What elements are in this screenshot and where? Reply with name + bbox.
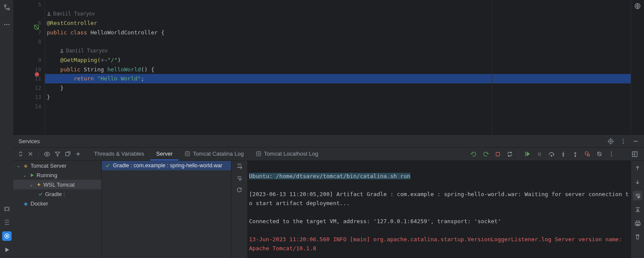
svg-rect-20 <box>256 151 261 156</box>
scroll-to-end-toggle-icon[interactable] <box>633 205 642 214</box>
run-icon[interactable] <box>2 245 12 255</box>
editor-gutter: 5 6 7 8 9 10 11 12 13 14 <box>13 0 45 135</box>
close-icon[interactable] <box>28 151 33 157</box>
tree-label: WSL Tomcat <box>43 181 75 188</box>
svg-point-9 <box>48 12 50 14</box>
pause-icon[interactable] <box>536 151 543 157</box>
services-tool-icon[interactable] <box>2 231 12 241</box>
annotation-getmapping: @GetMapping( <box>47 57 100 63</box>
svg-point-26 <box>563 155 564 156</box>
svg-point-31 <box>611 152 612 153</box>
svg-rect-23 <box>538 152 539 156</box>
tab-localhost-log[interactable]: Tomcat Localhost Log <box>250 147 324 160</box>
expand-all-icon[interactable] <box>18 151 24 157</box>
tab-catalina-log[interactable]: Tomcat Catalina Log <box>179 147 250 160</box>
up-arrow-icon[interactable] <box>633 163 642 173</box>
run-config-list[interactable]: Gradle : com.example : spring-hello-worl… <box>101 161 231 258</box>
rerun-icon[interactable] <box>470 151 477 157</box>
console-command: Ubuntu: /home/dtsarev/tomcat/bin/catalin… <box>249 173 410 179</box>
layout-icon[interactable] <box>631 151 638 157</box>
author-name: Daniil Tsaryov <box>53 9 95 19</box>
mute-breakpoints-icon[interactable] <box>596 151 603 157</box>
tab-server[interactable]: Server <box>150 147 179 160</box>
view-breakpoints-icon[interactable] <box>584 151 591 157</box>
chevron-down-icon: ⌄ <box>22 173 27 178</box>
tree-tomcat-server[interactable]: ⌄ ⎈ Tomcat Server <box>13 161 101 170</box>
down-arrow-icon[interactable] <box>633 177 642 187</box>
tree-gradle-artifact[interactable]: Gradle : <box>13 189 101 199</box>
services-tree[interactable]: ⌄ ⎈ Tomcat Server ⌄ Running ⌄ ✦ WSL Tomc… <box>13 161 101 258</box>
filter-icon[interactable] <box>55 151 61 157</box>
print-icon[interactable] <box>633 218 642 228</box>
chevron-down-icon: ⌄ <box>16 163 21 168</box>
show-icon[interactable] <box>44 151 50 157</box>
tree-docker[interactable]: ◈ Docker <box>13 199 101 208</box>
more-vertical-icon[interactable] <box>608 151 615 157</box>
console-line: Connected to the target VM, address: '12… <box>249 217 631 226</box>
scroll-to-end-icon[interactable] <box>236 163 243 170</box>
globe-icon[interactable] <box>634 3 641 9</box>
author-lens[interactable]: Daniil Tsaryov <box>45 9 631 19</box>
step-over-icon[interactable] <box>548 151 555 157</box>
breakpoint-icon[interactable] <box>35 72 39 77</box>
console-line-error: 13-Jun-2023 11:20:06.560 INFO [main] org… <box>249 235 631 253</box>
class-name: HelloWorldController { <box>91 29 164 36</box>
run-config-item[interactable]: Gradle : com.example : spring-hello-worl… <box>102 161 231 170</box>
add-icon[interactable] <box>75 151 81 157</box>
svg-point-15 <box>623 141 623 141</box>
svg-point-17 <box>46 153 48 155</box>
current-execution-line: return "Hello World"; <box>45 74 631 83</box>
author-lens[interactable]: Daniil Tsaryov <box>45 46 631 56</box>
svg-point-32 <box>611 154 612 154</box>
console-line: [2023-06-13 11:20:05,200] Artifact Gradl… <box>249 190 631 208</box>
left-tool-rail <box>0 0 13 258</box>
svg-point-3 <box>6 24 7 25</box>
soft-wrap-toggle-icon[interactable] <box>633 191 642 200</box>
resume-icon[interactable] <box>524 151 531 157</box>
coverage-icon <box>33 24 39 30</box>
svg-rect-36 <box>635 222 640 225</box>
author-name: Daniil Tsaryov <box>66 46 108 56</box>
tree-wsl-tomcat[interactable]: ⌄ ✦ WSL Tomcat <box>13 180 101 189</box>
main-area: 5 6 7 8 9 10 11 12 13 14 Daniil Tsaryov … <box>13 0 644 258</box>
keyword-return: return <box>74 75 97 82</box>
build-icon[interactable] <box>2 218 12 227</box>
minimize-icon[interactable] <box>632 138 639 144</box>
refresh-console-icon[interactable] <box>236 187 243 193</box>
stop-icon[interactable] <box>494 151 501 157</box>
svg-point-0 <box>4 5 6 6</box>
reload-icon[interactable] <box>506 151 513 157</box>
chevron-down-icon: ⌄ <box>29 182 34 187</box>
keyword-public: public <box>47 66 84 73</box>
tree-label: Running <box>36 172 57 178</box>
soft-wrap-icon[interactable] <box>236 175 243 181</box>
config-label: Gradle : com.example : spring-hello-worl… <box>113 163 222 169</box>
brace-close: } <box>47 94 50 100</box>
url-inlay-icon[interactable]: 👁▾ <box>100 58 107 63</box>
new-window-icon[interactable] <box>65 151 71 157</box>
brace-close: } <box>47 85 64 91</box>
step-into-icon[interactable] <box>560 151 567 157</box>
right-margin-ruler <box>492 0 492 135</box>
tab-threads-variables[interactable]: Threads & Variables <box>88 147 150 160</box>
vcs-icon[interactable] <box>2 3 12 12</box>
method-signature: () { <box>141 66 154 73</box>
more-vertical-icon[interactable] <box>620 138 626 144</box>
code-editor[interactable]: Daniil Tsaryov @RestController public cl… <box>45 0 631 135</box>
debug-bug-icon[interactable] <box>2 204 12 213</box>
svg-point-4 <box>8 24 9 25</box>
editor-right-rail <box>631 0 644 135</box>
paren-close: ) <box>118 57 121 63</box>
svg-point-25 <box>551 155 552 156</box>
svg-point-7 <box>6 236 7 237</box>
target-icon[interactable] <box>608 138 614 144</box>
more-horizontal-icon[interactable] <box>2 20 12 29</box>
return-type: String <box>84 66 107 73</box>
step-out-icon[interactable] <box>572 151 579 157</box>
rerun-debug-icon[interactable] <box>482 151 489 157</box>
console-output[interactable]: Ubuntu: /home/dtsarev/tomcat/bin/catalin… <box>247 161 631 258</box>
clear-icon[interactable] <box>633 232 642 242</box>
tree-running[interactable]: ⌄ Running <box>13 170 101 180</box>
panel-header: Services <box>13 135 644 147</box>
svg-point-2 <box>4 24 5 25</box>
